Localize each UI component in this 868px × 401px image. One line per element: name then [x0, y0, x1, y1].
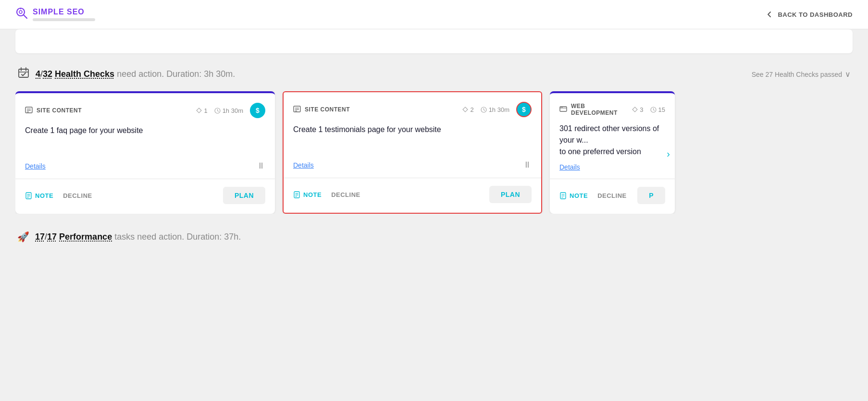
card-1-plan-button[interactable]: PLAN: [223, 187, 265, 204]
card-2-diamond-count: 2: [462, 106, 473, 113]
performance-suffix: tasks need action. Duration: 37h.: [114, 232, 241, 242]
performance-icon: 🚀: [17, 231, 29, 243]
card-1-header: SITE CONTENT 1 1h 30m $: [25, 103, 265, 118]
top-bar: SIMPLE SEO BACK TO DASHBOARD: [0, 0, 868, 29]
web-dev-icon: [559, 105, 567, 114]
top-card-strip: [15, 29, 853, 53]
card-3-title: 301 redirect other versions of your w...…: [559, 123, 665, 158]
health-checks-suffix: need action. Duration: 3h 30m.: [117, 69, 235, 79]
health-check-card-2: SITE CONTENT 2 1h 30m $ Crea: [283, 91, 542, 214]
health-checks-count: 4/32 Health Checks: [36, 69, 114, 79]
performance-title-area: 🚀 17/17 Performance tasks need action. D…: [17, 231, 851, 243]
card-1-title: Create 1 faq page for your website: [25, 125, 265, 155]
card-3-duration: 15: [650, 106, 665, 113]
logo-text: SIMPLE SEO: [33, 8, 95, 16]
health-checks-title: 4/32 Health Checks need action. Duration…: [36, 69, 235, 79]
card-1-pause-icon[interactable]: ⏸: [257, 161, 265, 171]
health-checks-passed-label: See 27 Health Checks passed: [752, 71, 842, 78]
card-1-dollar-badge[interactable]: $: [250, 103, 265, 118]
logo-area: SIMPLE SEO: [15, 7, 95, 22]
health-checks-passed-button[interactable]: See 27 Health Checks passed ∨: [752, 70, 851, 79]
health-check-card-1: SITE CONTENT 1 1h 30m $ Crea: [15, 91, 275, 214]
svg-point-26: [562, 107, 563, 108]
card-2-duration: 1h 30m: [481, 106, 509, 113]
svg-rect-4: [19, 69, 28, 77]
card-3-category: WEB DEVELOPMENT: [559, 103, 632, 116]
card-1-category: SITE CONTENT: [25, 106, 82, 115]
health-check-card-3: WEB DEVELOPMENT 3 15 301 redirect other: [550, 91, 675, 214]
card-1-note-button[interactable]: NOTE: [25, 192, 53, 199]
performance-count: 17/17 Performance: [35, 232, 114, 242]
card-1-divider: [15, 179, 275, 179]
card-2-pause-icon[interactable]: ⏸: [523, 160, 532, 170]
card-2-title: Create 1 testimonials page for your webs…: [293, 124, 532, 154]
back-arrow-icon: [765, 10, 774, 19]
svg-point-2: [19, 11, 22, 13]
site-content-icon: [25, 106, 33, 115]
chevron-down-icon: ∨: [845, 70, 851, 79]
card-2-category: SITE CONTENT: [293, 105, 350, 114]
card-2-actions: NOTE DECLINE: [293, 191, 360, 198]
card-2-dollar-badge[interactable]: $: [516, 102, 532, 117]
card-3-decline-button[interactable]: DECLINE: [597, 192, 627, 199]
card-2-note-button[interactable]: NOTE: [293, 191, 322, 198]
performance-section: 🚀 17/17 Performance tasks need action. D…: [15, 231, 853, 243]
health-checks-icon: [17, 67, 30, 82]
card-3-diamond-count: 3: [632, 106, 643, 113]
performance-title: 17/17 Performance tasks need action. Dur…: [35, 232, 241, 242]
card-1-meta: 1 1h 30m $: [196, 103, 265, 118]
card-2-details-link[interactable]: Details: [293, 161, 314, 169]
card-3-divider: [550, 179, 675, 179]
card-2-decline-button[interactable]: DECLINE: [331, 191, 360, 198]
card-2-details-row: Details ⏸: [293, 160, 532, 170]
card-2-plan-button[interactable]: PLAN: [489, 186, 532, 203]
card-1-diamond-count: 1: [196, 107, 207, 114]
logo-bar: [33, 18, 95, 21]
card-3-arrow-icon[interactable]: ›: [667, 148, 670, 159]
card-1-decline-button[interactable]: DECLINE: [63, 192, 92, 199]
svg-point-25: [561, 107, 562, 108]
card-3-details-link[interactable]: Details: [559, 163, 580, 171]
logo-icon: [15, 7, 28, 22]
card-1-actions: NOTE DECLINE: [25, 192, 92, 199]
card-3-footer: NOTE DECLINE P: [559, 187, 665, 204]
health-checks-section-header: 4/32 Health Checks need action. Duration…: [15, 67, 853, 82]
card-1-details-link[interactable]: Details: [25, 162, 46, 170]
card-1-footer: NOTE DECLINE PLAN: [25, 187, 265, 204]
note-icon: [25, 192, 32, 199]
cards-container: SITE CONTENT 1 1h 30m $ Crea: [15, 91, 853, 214]
site-content-icon-2: [293, 105, 301, 114]
svg-line-1: [24, 15, 27, 18]
main-content: 4/32 Health Checks need action. Duration…: [0, 29, 868, 243]
card-2-header: SITE CONTENT 2 1h 30m $: [293, 102, 532, 117]
card-1-duration: 1h 30m: [214, 107, 243, 114]
card-3-note-button[interactable]: NOTE: [559, 192, 588, 199]
note-icon-3: [559, 192, 567, 199]
card-2-footer: NOTE DECLINE PLAN: [293, 186, 532, 203]
note-icon-2: [293, 191, 300, 198]
health-checks-title-area: 4/32 Health Checks need action. Duration…: [17, 67, 235, 82]
card-3-details-row: Details ›: [559, 163, 665, 171]
card-2-meta: 2 1h 30m $: [462, 102, 532, 117]
card-1-details-row: Details ⏸: [25, 161, 265, 171]
card-3-header: WEB DEVELOPMENT 3 15: [559, 103, 665, 116]
back-to-dashboard-button[interactable]: BACK TO DASHBOARD: [765, 10, 853, 19]
card-3-meta: 3 15: [632, 106, 665, 113]
cards-wrapper: SITE CONTENT 1 1h 30m $ Crea: [15, 91, 853, 214]
card-2-divider: [284, 178, 541, 178]
card-3-plan-button[interactable]: P: [637, 187, 665, 204]
card-3-actions: NOTE DECLINE: [559, 192, 627, 199]
